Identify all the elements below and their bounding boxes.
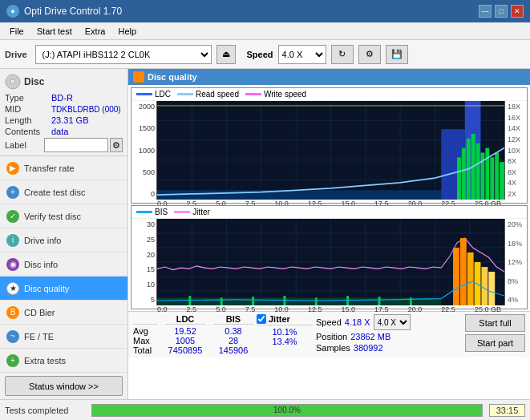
svg-rect-54 bbox=[315, 297, 318, 305]
avg-bis: 0.38 bbox=[213, 326, 253, 336]
progress-text: 100.0% bbox=[92, 405, 482, 416]
status-window-button[interactable]: Status window >> bbox=[5, 376, 123, 396]
nav-items: ▶ Transfer rate + Create test disc ✓ Ver… bbox=[0, 156, 127, 373]
nav-label-create-test-disc: Create test disc bbox=[24, 188, 85, 197]
nav-label-disc-info: Disc info bbox=[24, 260, 58, 269]
svg-rect-56 bbox=[378, 297, 381, 305]
svg-rect-23 bbox=[476, 143, 480, 200]
max-ldc: 1005 bbox=[165, 336, 205, 345]
nav-label-drive-info: Drive info bbox=[24, 236, 61, 245]
jitter-legend-color bbox=[174, 211, 190, 213]
stats-spacer bbox=[133, 314, 157, 325]
maximize-button[interactable]: □ bbox=[495, 5, 508, 18]
chart-title-bar: Disc quality bbox=[128, 69, 530, 85]
time-display: 33:15 bbox=[489, 404, 525, 417]
lower-chart-legend: BIS Jitter bbox=[131, 206, 527, 219]
nav-extra-tests[interactable]: + Extra tests bbox=[0, 349, 127, 373]
upper-chart-plot bbox=[157, 101, 504, 200]
stats-row: Avg Max Total LDC 19.52 1005 7450895 BIS… bbox=[128, 311, 530, 357]
nav-disc-info[interactable]: ◉ Disc info bbox=[0, 252, 127, 277]
upper-chart-legend: LDC Read speed Write speed bbox=[131, 88, 527, 101]
speed-position-section: Speed 4.18 X 4.0 X Position 23862 MB Sam… bbox=[316, 314, 462, 353]
lower-chart-svg bbox=[157, 219, 504, 305]
nav-transfer-rate[interactable]: ▶ Transfer rate bbox=[0, 156, 127, 180]
speed-select-stats[interactable]: 4.0 X bbox=[374, 314, 411, 330]
fe-te-icon: ~ bbox=[6, 330, 19, 343]
max-bis: 28 bbox=[213, 336, 253, 345]
close-button[interactable]: ✕ bbox=[511, 5, 524, 18]
eject-button[interactable]: ⏏ bbox=[216, 45, 236, 64]
upper-chart: LDC Read speed Write speed 2000 1500 100… bbox=[131, 87, 528, 204]
nav-create-test-disc[interactable]: + Create test disc bbox=[0, 180, 127, 204]
upper-y-axis-right: 18X 16X 14X 12X 10X 8X 6X 4X 2X bbox=[504, 101, 527, 200]
menu-extra[interactable]: Extra bbox=[79, 25, 112, 38]
contents-value: data bbox=[51, 127, 123, 136]
svg-rect-48 bbox=[481, 267, 488, 305]
svg-rect-44 bbox=[453, 248, 459, 305]
start-full-button[interactable]: Start full bbox=[465, 314, 525, 332]
chart-title-icon bbox=[133, 71, 144, 83]
status-bar: Tests completed 100.0% 33:15 bbox=[0, 399, 530, 420]
max-label: Max bbox=[133, 336, 157, 345]
bis-header: BIS bbox=[213, 314, 253, 325]
lower-chart-body: 30 25 20 15 10 5 bbox=[131, 219, 527, 305]
jitter-header: Jitter bbox=[257, 314, 313, 325]
speed-label: Speed bbox=[247, 50, 273, 59]
write-speed-legend-color bbox=[245, 93, 261, 95]
max-jitter: 13.4% bbox=[257, 337, 313, 346]
label-input[interactable] bbox=[44, 138, 108, 152]
length-value: 23.31 GB bbox=[51, 115, 123, 125]
lower-chart: BIS Jitter 30 25 20 15 10 5 bbox=[131, 205, 528, 309]
svg-rect-20 bbox=[462, 148, 466, 200]
svg-rect-52 bbox=[252, 297, 254, 305]
contents-label: Contents bbox=[5, 127, 51, 136]
speed-select[interactable]: 4.0 X bbox=[278, 45, 326, 64]
menu-help[interactable]: Help bbox=[111, 25, 143, 38]
total-bis: 145906 bbox=[213, 345, 253, 355]
jitter-checkbox[interactable] bbox=[257, 314, 266, 324]
menu-bar: File Start test Extra Help bbox=[0, 22, 530, 40]
svg-rect-17 bbox=[441, 129, 465, 200]
nav-label-disc-quality: Disc quality bbox=[24, 284, 69, 293]
disc-icon bbox=[5, 74, 21, 90]
transfer-rate-icon: ▶ bbox=[6, 162, 19, 175]
lower-x-axis: 0.0 2.5 5.0 7.5 10.0 12.5 15.0 17.5 20.0… bbox=[131, 305, 527, 313]
disc-panel: Disc Type BD-R MID TDKBLDRBD (000) Lengt… bbox=[0, 69, 127, 156]
stats-columns: Avg Max Total LDC 19.52 1005 7450895 BIS… bbox=[133, 314, 253, 355]
samples-row: Samples 380992 bbox=[316, 343, 462, 353]
nav-cd-bier[interactable]: B CD Bier bbox=[0, 301, 127, 325]
drive-select[interactable]: (J:) ATAPI iHBS112 2 CL0K bbox=[35, 45, 212, 64]
nav-verify-test-disc[interactable]: ✓ Verify test disc bbox=[0, 204, 127, 228]
start-part-button[interactable]: Start part bbox=[465, 334, 525, 352]
svg-rect-51 bbox=[220, 297, 223, 305]
settings-button[interactable]: ⚙ bbox=[358, 45, 381, 64]
ldc-legend-color bbox=[136, 93, 152, 95]
nav-label-transfer-rate: Transfer rate bbox=[24, 164, 75, 173]
toolbar: Drive (J:) ATAPI iHBS112 2 CL0K ⏏ Speed … bbox=[0, 40, 530, 69]
sidebar: Disc Type BD-R MID TDKBLDRBD (000) Lengt… bbox=[0, 69, 128, 399]
nav-fe-te[interactable]: ~ FE / TE bbox=[0, 325, 127, 349]
svg-rect-46 bbox=[467, 252, 474, 305]
avg-label: Avg bbox=[133, 326, 157, 336]
menu-start-test[interactable]: Start test bbox=[30, 25, 79, 38]
extra-tests-icon: + bbox=[6, 354, 19, 367]
minimize-button[interactable]: — bbox=[479, 5, 492, 18]
bis-legend-color bbox=[136, 211, 152, 213]
upper-chart-body: 2000 1500 1000 500 0 bbox=[131, 101, 527, 200]
total-ldc: 7450895 bbox=[165, 345, 205, 355]
disc-title: Disc bbox=[24, 76, 44, 87]
lower-y-axis-left: 30 25 20 15 10 5 bbox=[131, 219, 157, 305]
menu-file[interactable]: File bbox=[3, 25, 30, 38]
label-button[interactable]: ⚙ bbox=[110, 138, 123, 152]
nav-disc-quality[interactable]: ★ Disc quality bbox=[0, 277, 127, 301]
jitter-legend-label: Jitter bbox=[192, 208, 210, 216]
export-button[interactable]: 💾 bbox=[386, 45, 408, 64]
verify-test-disc-icon: ✓ bbox=[6, 210, 19, 223]
position-value: 23862 MB bbox=[350, 332, 390, 341]
refresh-button[interactable]: ↻ bbox=[331, 45, 354, 64]
read-speed-legend-label: Read speed bbox=[196, 90, 239, 99]
nav-label-verify-test-disc: Verify test disc bbox=[24, 212, 81, 221]
speed-key: Speed bbox=[316, 317, 342, 327]
nav-drive-info[interactable]: i Drive info bbox=[0, 228, 127, 252]
disc-info-icon: ◉ bbox=[6, 258, 19, 271]
